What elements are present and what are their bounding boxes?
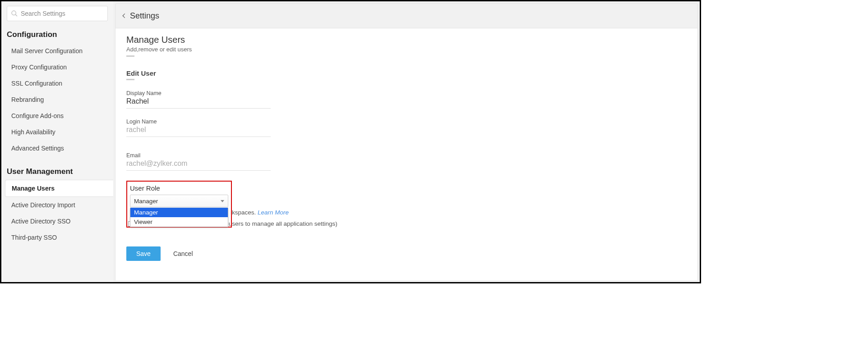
user-role-highlight: User Role Manager Manager Viewer <box>126 181 232 228</box>
search-icon <box>11 10 18 17</box>
user-role-label: User Role <box>130 184 228 192</box>
role-hint-trail: kspaces. Learn More <box>232 209 289 216</box>
login-name-value[interactable]: rachel <box>126 125 271 137</box>
display-name-value[interactable]: Rachel <box>126 96 271 109</box>
header: Settings <box>115 3 698 28</box>
nav-item-proxy-config[interactable]: Proxy Configuration <box>1 59 113 75</box>
sidebar: Configuration Mail Server Configuration … <box>1 1 113 282</box>
page-title: Manage Users <box>126 35 687 45</box>
hint-tail-text: kspaces. <box>232 209 256 216</box>
nav-item-ad-import[interactable]: Active Directory Import <box>1 197 113 213</box>
title-underline <box>126 55 134 57</box>
field-login-name: Login Name rachel <box>126 119 271 137</box>
nav-item-ssl-config[interactable]: SSL Configuration <box>1 75 113 91</box>
display-name-label: Display Name <box>126 90 271 96</box>
nav-item-advanced-settings[interactable]: Advanced Settings <box>1 140 113 156</box>
user-role-select[interactable]: Manager Manager Viewer <box>130 195 228 207</box>
content: Manage Users Add,remove or edit users Ed… <box>115 28 698 280</box>
svg-line-1 <box>15 14 17 16</box>
user-role-dropdown: Manager Viewer <box>130 208 228 227</box>
nav-item-third-party-sso[interactable]: Third-party SSO <box>1 229 113 246</box>
search-box[interactable] <box>7 6 108 21</box>
nav-item-rebranding[interactable]: Rebranding <box>1 91 113 108</box>
user-role-area: User Role Manager Manager Viewer <box>126 181 687 239</box>
header-title: Settings <box>130 11 159 21</box>
cancel-button[interactable]: Cancel <box>173 250 193 257</box>
save-button[interactable]: Save <box>126 246 161 261</box>
nav-item-manage-users[interactable]: Manage Users <box>5 180 113 197</box>
section-underline <box>126 79 134 80</box>
nav-item-configure-addons[interactable]: Configure Add-ons <box>1 108 113 124</box>
user-role-selected: Manager <box>134 198 158 205</box>
section-edit-user: Edit User <box>126 69 687 77</box>
chevron-down-icon <box>221 200 224 202</box>
login-name-label: Login Name <box>126 119 271 125</box>
button-row: Save Cancel <box>126 246 687 261</box>
field-email: Email rachel@zylker.com <box>126 152 271 171</box>
role-option-manager[interactable]: Manager <box>130 208 228 217</box>
main: Settings Manage Users Add,remove or edit… <box>113 1 700 282</box>
page-subtitle: Add,remove or edit users <box>126 46 687 53</box>
search-input[interactable] <box>18 10 104 17</box>
nav-item-mail-server[interactable]: Mail Server Configuration <box>1 43 113 59</box>
nav-item-high-availability[interactable]: High Availability <box>1 124 113 140</box>
svg-point-0 <box>12 11 16 15</box>
nav-item-ad-sso[interactable]: Active Directory SSO <box>1 213 113 229</box>
role-option-viewer[interactable]: Viewer <box>130 217 228 227</box>
email-label: Email <box>126 152 271 159</box>
learn-more-link[interactable]: Learn More <box>258 209 289 216</box>
back-icon[interactable] <box>121 13 127 19</box>
field-display-name: Display Name Rachel <box>126 90 271 109</box>
nav-section-user-management: User Management <box>1 164 113 180</box>
email-value[interactable]: rachel@zylker.com <box>126 159 271 171</box>
nav-section-configuration: Configuration <box>1 27 113 43</box>
